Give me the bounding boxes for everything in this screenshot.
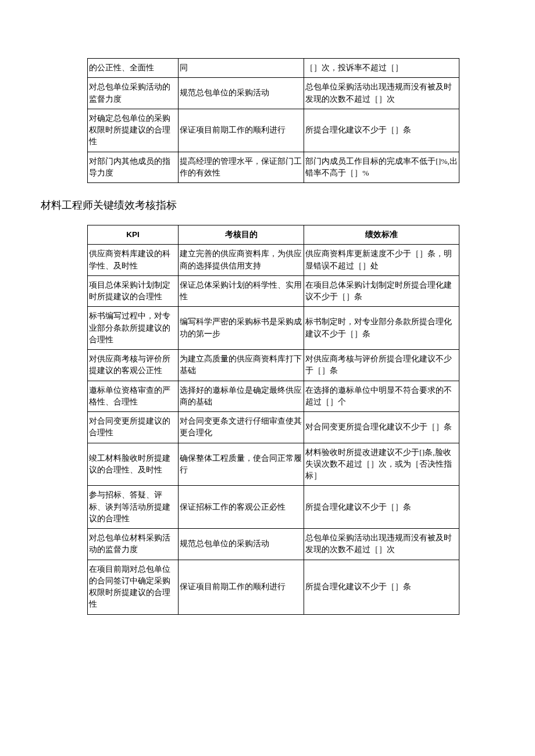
cell-purpose: 编写科学严密的采购标书是采购成功的第一步 <box>178 307 304 350</box>
cell-kpi: 竣工材料脸收时所提建议的合理性、及时性 <box>88 443 179 486</box>
table-row: 的公正性、全面性 同 ［］次，投诉率不超过［］ <box>88 59 459 78</box>
cell-purpose: 选择好的邀标单位是确定最终供应商的基础 <box>178 381 304 412</box>
cell-kpi: 对总包单位采购活动的监督力度 <box>88 78 179 109</box>
cell-kpi: 标书编写过程中，对专业部分条款所提建议的合理性 <box>88 307 179 350</box>
table-row: 对总包单位材料采购活动的监督力度 规范总包单位的采购活动 总包单位采购活动出现违… <box>88 529 459 560</box>
cell-purpose: 保证项目前期工作的顺利进行 <box>178 560 304 614</box>
cell-standard: 所提合理化建议不少于［］条 <box>304 560 459 614</box>
cell-kpi: 对供应商考核与评价所提建议的客观公正性 <box>88 350 179 381</box>
table-row: 标书编写过程中，对专业部分条款所提建议的合理性 编写科学严密的采购标书是采购成功… <box>88 307 459 350</box>
table-row: 在项目前期对总包单位的合同签订中确定采购权限时所提建议的合理性 保证项目前期工作… <box>88 560 459 614</box>
cell-standard: 对供应商考核与评价所提合理化建议不少于［］条 <box>304 350 459 381</box>
cell-purpose: 同 <box>178 59 304 78</box>
table-header-row: KPI 考核目的 绩效标准 <box>88 225 459 245</box>
kpi-table-2: KPI 考核目的 绩效标准 供应商资料库建设的科学性、及时性 建立完善的供应商资… <box>87 225 459 615</box>
cell-purpose: 确保整体工程质量，使合同正常履行 <box>178 443 304 486</box>
table-row: 对合同变更所提建议的合理性 对合同变更条文进行仔细审查使其更合理化 对合同变更所… <box>88 412 459 443</box>
cell-purpose: 规范总包单位的采购活动 <box>178 78 304 109</box>
cell-standard: 部门内成员工作目标的完成率不低于[]%,出错率不高于［］% <box>304 152 459 183</box>
cell-kpi: 供应商资料库建设的科学性、及时性 <box>88 245 179 276</box>
cell-purpose: 对合同变更条文进行仔细审查使其更合理化 <box>178 412 304 443</box>
table-row: 参与招标、答疑、评标、谈判等活动所提建议的合理性 保证招标工作的客观公正必性 所… <box>88 486 459 529</box>
table-row: 对总包单位采购活动的监督力度 规范总包单位的采购活动 总包单位采购活动出现违规而… <box>88 78 459 109</box>
cell-standard: 在选择的邀标单位中明显不符合要求的不超过［］个 <box>304 381 459 412</box>
cell-standard: 对合同变更所提合理化建议不少于［］条 <box>304 412 459 443</box>
header-kpi: KPI <box>88 225 179 245</box>
cell-kpi: 的公正性、全面性 <box>88 59 179 78</box>
table-row: 项目总体采购计划制定时所提建议的合理性 保证总体采购计划的科学性、实用性 在项目… <box>88 275 459 307</box>
table-row: 对确定总包单位的采购权限时所提建议的合理性 保证项目前期工作的顺利进行 所提合理… <box>88 109 459 152</box>
cell-standard: 总包单位采购活动出现违规而没有被及时发现的次数不超过［］次 <box>304 529 459 560</box>
table-row: 对部门内其他成员的指导力度 提高经理的管理水平，保证部门工作的有效性 部门内成员… <box>88 152 459 183</box>
cell-purpose: 保证招标工作的客观公正必性 <box>178 486 304 529</box>
table-row: 邀标单位资格审查的严格性、合理性 选择好的邀标单位是确定最终供应商的基础 在选择… <box>88 381 459 412</box>
header-purpose: 考核目的 <box>178 225 304 245</box>
table-row: 竣工材料脸收时所提建议的合理性、及时性 确保整体工程质量，使合同正常履行 材料验… <box>88 443 459 486</box>
cell-standard: 供应商资料库更新速度不少于［］条，明显错误不超过［］处 <box>304 245 459 276</box>
header-standard: 绩效标准 <box>304 225 459 245</box>
cell-standard: 总包单位采购活动出现违规而没有被及时发现的次数不超过［］次 <box>304 78 459 109</box>
cell-standard: 标书制定时，对专业部分条款所提合理化建议不少于［］条 <box>304 307 459 350</box>
table-row: 供应商资料库建设的科学性、及时性 建立完善的供应商资料库，为供应商的选择提供信用… <box>88 245 459 276</box>
cell-purpose: 保证总体采购计划的科学性、实用性 <box>178 275 304 307</box>
cell-standard: 在项目总体采购计划制定时所提合理化建议不少于［］条 <box>304 275 459 307</box>
cell-purpose: 为建立高质量的供应商资料库打下基础 <box>178 350 304 381</box>
cell-kpi: 对合同变更所提建议的合理性 <box>88 412 179 443</box>
cell-kpi: 邀标单位资格审查的严格性、合理性 <box>88 381 179 412</box>
cell-purpose: 保证项目前期工作的顺利进行 <box>178 109 304 152</box>
cell-kpi: 项目总体采购计划制定时所提建议的合理性 <box>88 275 179 307</box>
cell-kpi: 对确定总包单位的采购权限时所提建议的合理性 <box>88 109 179 152</box>
table-row: 对供应商考核与评价所提建议的客观公正性 为建立高质量的供应商资料库打下基础 对供… <box>88 350 459 381</box>
cell-standard: 所提合理化建议不少于［］条 <box>304 109 459 152</box>
cell-standard: 所提合理化建议不少于［］条 <box>304 486 459 529</box>
cell-standard: 材料验收时所提改进建议不少于[]条,脸收失误次数不超过［］次，或为［否决性指标］ <box>304 443 459 486</box>
kpi-table-1: 的公正性、全面性 同 ［］次，投诉率不超过［］ 对总包单位采购活动的监督力度 规… <box>87 58 459 183</box>
cell-standard: ［］次，投诉率不超过［］ <box>304 59 459 78</box>
cell-purpose: 提高经理的管理水平，保证部门工作的有效性 <box>178 152 304 183</box>
cell-kpi: 对总包单位材料采购活动的监督力度 <box>88 529 179 560</box>
cell-purpose: 规范总包单位的采购活动 <box>178 529 304 560</box>
section-title: 材料工程师关键绩效考核指标 <box>41 198 494 213</box>
cell-kpi: 参与招标、答疑、评标、谈判等活动所提建议的合理性 <box>88 486 179 529</box>
cell-purpose: 建立完善的供应商资料库，为供应商的选择提供信用支持 <box>178 245 304 276</box>
cell-kpi: 在项目前期对总包单位的合同签订中确定采购权限时所提建议的合理性 <box>88 560 179 614</box>
cell-kpi: 对部门内其他成员的指导力度 <box>88 152 179 183</box>
